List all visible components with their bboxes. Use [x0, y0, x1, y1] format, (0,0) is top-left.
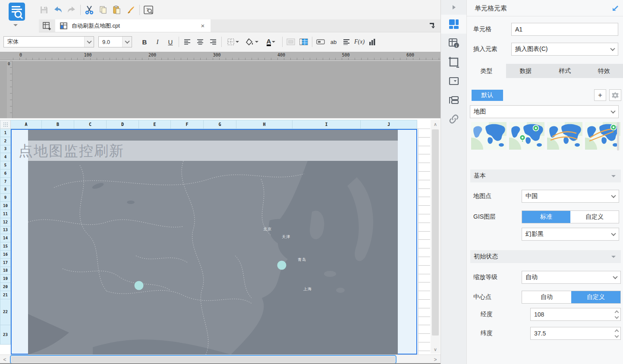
logo-dropdown-caret[interactable] [13, 24, 18, 28]
align-right-icon[interactable] [207, 36, 220, 48]
collapse-triangle-icon[interactable] [611, 256, 616, 260]
tab-effects[interactable]: 特效 [584, 64, 623, 78]
tab-type[interactable]: 类型 [467, 64, 506, 78]
column-header-D[interactable]: D [107, 120, 139, 129]
row-header-13[interactable]: 13 [0, 226, 11, 235]
select-all-corner[interactable] [0, 120, 11, 129]
column-header-B[interactable]: B [42, 120, 74, 129]
map-point-select[interactable]: 中国 [522, 190, 619, 203]
thumbnail-custom-map[interactable] [585, 122, 620, 150]
row-header-5[interactable]: 5 [0, 161, 11, 169]
scroll-right-icon[interactable]: > [431, 355, 440, 364]
default-style-button[interactable]: 默认 [472, 90, 503, 101]
column-header-C[interactable]: C [74, 120, 107, 129]
row-header-17[interactable]: 17 [0, 259, 11, 267]
add-style-button[interactable]: + [594, 89, 606, 101]
row-header-2[interactable]: 2 [0, 137, 11, 145]
thumbnail-region-map[interactable] [471, 122, 507, 150]
bold-button[interactable]: B [138, 36, 151, 48]
row-header-6[interactable]: 6 [0, 169, 11, 178]
chevron-down-icon[interactable] [607, 43, 618, 55]
format-painter-icon[interactable] [124, 4, 138, 16]
cut-icon[interactable] [82, 4, 96, 16]
document-tab[interactable]: 自动刷新点地图.cpt × [55, 19, 211, 32]
scroll-left-icon[interactable]: < [0, 355, 9, 364]
hscroll-thumb[interactable] [11, 356, 395, 363]
column-header-G[interactable]: G [204, 120, 236, 129]
row-header-20[interactable]: 20 [0, 283, 11, 291]
cell-name-input[interactable]: A1 [511, 23, 618, 36]
row-header-22[interactable]: 22 [0, 299, 11, 325]
row-header-10[interactable]: 10 [0, 202, 11, 210]
spinner-arrows[interactable] [613, 308, 620, 320]
row-header-4[interactable]: 4 [0, 153, 11, 161]
row-header-7[interactable]: 7 [0, 178, 11, 186]
column-header-H[interactable]: H [236, 120, 293, 129]
section-basic[interactable]: 基本 [470, 169, 621, 182]
redo-icon[interactable] [65, 4, 79, 16]
gis-custom-option[interactable]: 自定义 [570, 211, 619, 223]
row-header-16[interactable]: 16 [0, 251, 11, 259]
column-header-F[interactable]: F [171, 120, 204, 129]
save-icon[interactable] [37, 4, 51, 16]
row-header-14[interactable]: 14 [0, 234, 11, 242]
column-header-partial[interactable] [417, 120, 430, 129]
insert-element-select[interactable]: 插入图表(C) [511, 43, 618, 56]
zoom-level-select[interactable]: 自动 [522, 271, 621, 284]
font-color-icon[interactable]: A [261, 36, 280, 48]
horizontal-scrollbar[interactable]: < > [0, 355, 441, 364]
cell-element-icon[interactable] [441, 15, 467, 34]
widget-settings-icon[interactable] [441, 72, 467, 91]
fill-color-icon[interactable] [242, 36, 261, 48]
dock-arrow-icon[interactable] [610, 3, 620, 13]
center-auto-option[interactable]: 自动 [522, 291, 571, 303]
line-spacing-icon[interactable] [340, 36, 353, 48]
collapse-triangle-icon[interactable] [611, 175, 616, 179]
underline-button[interactable]: U [164, 36, 177, 48]
map-chart-plot[interactable]: 北京天津青岛上海 [28, 161, 398, 355]
tab-data[interactable]: 数据 [506, 64, 545, 78]
undo-icon[interactable] [51, 4, 65, 16]
scroll-down-icon[interactable]: ∨ [431, 345, 440, 354]
row-header-3[interactable]: 3 [0, 145, 11, 154]
scroll-up-icon[interactable]: ∧ [431, 120, 440, 129]
thumbnail-flow-map[interactable] [547, 122, 582, 150]
latitude-input[interactable]: 37.5 [530, 327, 621, 340]
text-ab-icon[interactable]: ab [327, 36, 340, 48]
spinner-arrows[interactable] [613, 327, 620, 339]
vscroll-thumb[interactable] [432, 129, 439, 336]
center-custom-option[interactable]: 自定义 [571, 291, 620, 303]
cell-style-icon[interactable] [441, 53, 467, 72]
gear-icon[interactable] [609, 89, 621, 101]
font-name-combo[interactable]: 宋体 [3, 36, 94, 47]
row-header-19[interactable]: 19 [0, 275, 11, 283]
tab-style[interactable]: 样式 [545, 64, 585, 78]
row-header-8[interactable]: 8 [0, 186, 11, 194]
column-header-I[interactable]: I [293, 120, 361, 129]
copy-icon[interactable] [96, 4, 110, 16]
section-initial-state[interactable]: 初始状态 [470, 250, 621, 263]
vertical-scrollbar[interactable]: ∧ ∨ [431, 120, 440, 354]
row-header-9[interactable]: 9 [0, 194, 11, 202]
chevron-down-icon[interactable] [608, 106, 618, 118]
chevron-down-icon[interactable] [236, 41, 239, 44]
row-header-18[interactable]: 18 [0, 267, 11, 275]
preview-icon[interactable]: T [142, 4, 155, 16]
empty-cells-column[interactable] [418, 129, 430, 355]
condition-attribute-icon[interactable] [441, 91, 467, 110]
thumbnail-point-map[interactable] [509, 122, 544, 150]
italic-button[interactable]: I [151, 36, 164, 48]
row-header-11[interactable]: 11 [0, 210, 11, 218]
row-header-15[interactable]: 15 [0, 242, 11, 251]
map-data-point-1[interactable] [277, 260, 286, 270]
chevron-down-icon[interactable] [608, 190, 619, 202]
chevron-down-icon[interactable] [272, 41, 275, 44]
thumbnails-scrollbar[interactable] [617, 122, 619, 151]
borders-icon[interactable] [223, 36, 242, 48]
paste-icon[interactable] [110, 4, 124, 16]
longitude-input[interactable]: 108 [530, 308, 621, 321]
formula-icon[interactable]: F(x) [353, 36, 366, 48]
chevron-down-icon[interactable] [84, 37, 94, 47]
selected-cell-a1[interactable]: 点地图监控刷新 [11, 129, 417, 355]
chevron-down-icon[interactable] [122, 37, 132, 47]
